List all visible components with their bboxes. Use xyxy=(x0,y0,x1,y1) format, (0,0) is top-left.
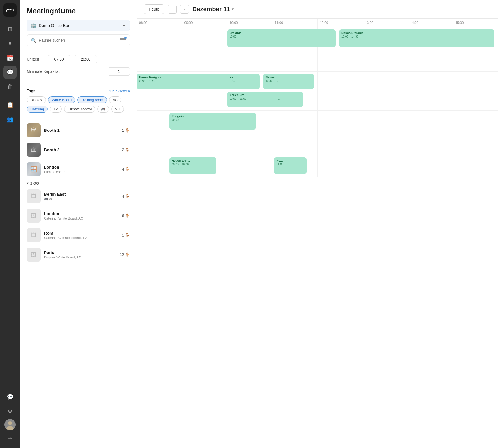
room-thumb-berlin-east: 🖼 xyxy=(27,189,41,203)
room-thumb-paris: 🖼 xyxy=(27,248,41,262)
divider1 xyxy=(5,96,15,96)
sidebar-item-reports[interactable]: 📋 xyxy=(3,98,17,111)
room-item-booth2[interactable]: 🏛 Booth 2 2 🪑 xyxy=(20,140,137,160)
chair-icon: 🪑 xyxy=(125,128,130,133)
event-block-1[interactable]: Ereignis 10:00 xyxy=(227,29,336,47)
tag-climate[interactable]: Climate control xyxy=(64,106,95,113)
panel-header: Meetingräume 🏢 Demo Office Berlin ▼ 🔍 xyxy=(20,0,137,51)
capacity-input[interactable] xyxy=(108,67,130,76)
sidebar-item-logout[interactable]: ⇥ xyxy=(3,431,17,445)
event-title-3b: Ne... xyxy=(230,76,258,79)
room-item-booth1[interactable]: 🏛 Booth 1 1 🪑 xyxy=(20,121,137,140)
chair-icon-2: 🪑 xyxy=(125,148,130,152)
room-info-paris: Paris Display, White Board, AC xyxy=(44,250,116,259)
prev-button[interactable]: ‹ xyxy=(168,5,177,14)
settings-icon: ⚙ xyxy=(8,408,13,415)
sidebar-item-messages[interactable]: 💬 xyxy=(3,390,17,404)
event-title-2: Neues Ereignis xyxy=(341,31,492,34)
event-block-3b[interactable]: Ne... 10:... xyxy=(227,74,260,89)
room-thumb-london1: 🪟 xyxy=(27,162,41,176)
tag-catering[interactable]: Catering xyxy=(27,106,48,113)
tag-gamepad[interactable]: 🎮 xyxy=(97,106,109,113)
tag-whiteboard[interactable]: White Board xyxy=(48,96,75,103)
filter-button[interactable] xyxy=(120,38,126,43)
search-bar[interactable]: 🔍 xyxy=(27,34,130,46)
calendar-row-1: Ereignis 10:00 Neues Ereignis 10:00 – 14… xyxy=(137,27,498,49)
event-title-6a: Neues Erei... xyxy=(172,159,214,162)
event-block-4[interactable]: Ereignis 09:00 xyxy=(169,113,256,130)
event-title-3f: Neues Erei... xyxy=(230,93,276,97)
tag-tv[interactable]: TV xyxy=(50,106,62,113)
room-thumb-booth2: 🏛 xyxy=(27,143,41,157)
today-button[interactable]: Heute xyxy=(144,4,164,14)
event-block-3c[interactable]: Neues ... 10:30 – ... xyxy=(263,74,314,89)
sidebar-item-list[interactable]: ≡ xyxy=(3,37,17,50)
time-cell[interactable] xyxy=(182,27,227,49)
event-block-3a[interactable]: Neues Ereignis 08:00 – 10:15 xyxy=(137,74,238,89)
sidebar-item-trash[interactable]: 🗑 xyxy=(3,80,17,93)
time-label-15: 15:00 xyxy=(453,19,498,27)
user-avatar[interactable] xyxy=(4,419,16,430)
next-button[interactable]: › xyxy=(180,5,189,14)
sidebar-item-dashboard[interactable]: ⊞ xyxy=(3,22,17,36)
row-timeline-1: Ereignis 10:00 Neues Ereignis 10:00 – 14… xyxy=(137,27,498,49)
chat-icon: 💬 xyxy=(7,69,14,76)
room-thumb-booth1: 🏛 xyxy=(27,123,41,137)
calendar-row-6: Neues Erei... 09:00 – 10:00 Ne... 11:0..… xyxy=(137,155,498,177)
event-block-6b[interactable]: Ne... 11:0... xyxy=(274,157,307,174)
tag-training[interactable]: Training room xyxy=(77,96,107,103)
tag-display[interactable]: Display xyxy=(27,96,46,103)
office-name: Demo Office Berlin xyxy=(39,23,120,28)
event-block-3f[interactable]: Neues Erei... 10:00 – 11:00 xyxy=(227,92,278,107)
calendar-dropdown-arrow: ▾ xyxy=(232,7,234,11)
sidebar-item-calendar[interactable]: 📆 xyxy=(3,51,17,64)
sidebar-item-users[interactable]: 👥 xyxy=(3,113,17,126)
search-input[interactable] xyxy=(39,38,118,43)
room-name-paris: Paris xyxy=(44,250,116,255)
room-item-berlin-east[interactable]: 🖼 Berlin East 🎮 AC 4 🪑 xyxy=(20,186,137,206)
timeline-container[interactable]: 08:00 09:00 10:00 11:00 12:00 13:00 14:0… xyxy=(137,19,498,448)
sidebar-item-settings[interactable]: ⚙ xyxy=(3,405,17,418)
event-title-6b: Ne... xyxy=(276,159,304,162)
tag-vc[interactable]: VC xyxy=(111,106,124,113)
app-logo: yoffix xyxy=(3,3,17,17)
room-name-booth2: Booth 2 xyxy=(44,147,119,152)
calendar-row-3: Neues Ereignis 08:00 – 10:15 Ne... 10:..… xyxy=(137,72,498,111)
panel-title: Meetingräume xyxy=(27,7,130,15)
sidebar-item-chat[interactable]: 💬 xyxy=(3,66,17,79)
svg-point-1 xyxy=(8,421,12,425)
room-tags-berlin-east: 🎮 AC xyxy=(44,197,119,201)
room-capacity-paris: 12 🪑 xyxy=(120,252,130,257)
calendar-title[interactable]: Dezember 11 ▾ xyxy=(192,6,234,13)
room-item-rom[interactable]: 🖼 Rom Catering, Climate control, TV 5 🪑 xyxy=(20,225,137,245)
room-name-london2: London xyxy=(44,211,119,216)
room-tags-rom: Catering, Climate control, TV xyxy=(44,236,119,240)
row-timeline-6: Neues Erei... 09:00 – 10:00 Ne... 11:0..… xyxy=(137,155,498,177)
event-block-2[interactable]: Neues Ereignis 10:00 – 14:30 xyxy=(339,29,494,47)
room-item-paris[interactable]: 🖼 Paris Display, White Board, AC 12 🪑 xyxy=(20,245,137,264)
row-timeline-4: Ereignis 09:00 xyxy=(137,111,498,133)
room-name-berlin-east: Berlin East xyxy=(44,192,119,196)
office-selector[interactable]: 🏢 Demo Office Berlin ▼ xyxy=(27,20,130,31)
office-icon: 🏢 xyxy=(31,23,36,28)
time-label-09: 09:00 xyxy=(182,19,227,27)
room-item-london1[interactable]: 🪟 London Climate control 4 🪑 xyxy=(20,160,137,179)
chair-icon-6: 🪑 xyxy=(125,233,130,237)
tag-ac[interactable]: AC xyxy=(109,96,121,103)
time-label-08: 08:00 xyxy=(137,19,182,27)
time-end-input[interactable] xyxy=(75,55,97,63)
room-tags-paris: Display, White Board, AC xyxy=(44,255,116,259)
placeholder-icon-4: 🖼 xyxy=(31,252,36,258)
event-time-1: 10:00 xyxy=(230,35,333,38)
section-label-2og: 2.OG xyxy=(30,181,39,185)
filter-active-dot xyxy=(124,37,127,39)
event-block-6a[interactable]: Neues Erei... 09:00 – 10:00 xyxy=(169,157,216,174)
event-time-3b: 10:... xyxy=(230,79,258,83)
tags-reset-button[interactable]: Zurücksetzen xyxy=(108,89,130,93)
time-start-input[interactable] xyxy=(48,55,70,63)
room-info-rom: Rom Catering, Climate control, TV xyxy=(44,231,119,240)
time-cell[interactable] xyxy=(137,27,182,49)
room-item-london2[interactable]: 🖼 London Catering, White Board, AC 6 🪑 xyxy=(20,206,137,225)
section-header-2og[interactable]: ▾ 2.OG xyxy=(20,179,137,186)
event-time-6b: 11:0... xyxy=(276,163,304,166)
